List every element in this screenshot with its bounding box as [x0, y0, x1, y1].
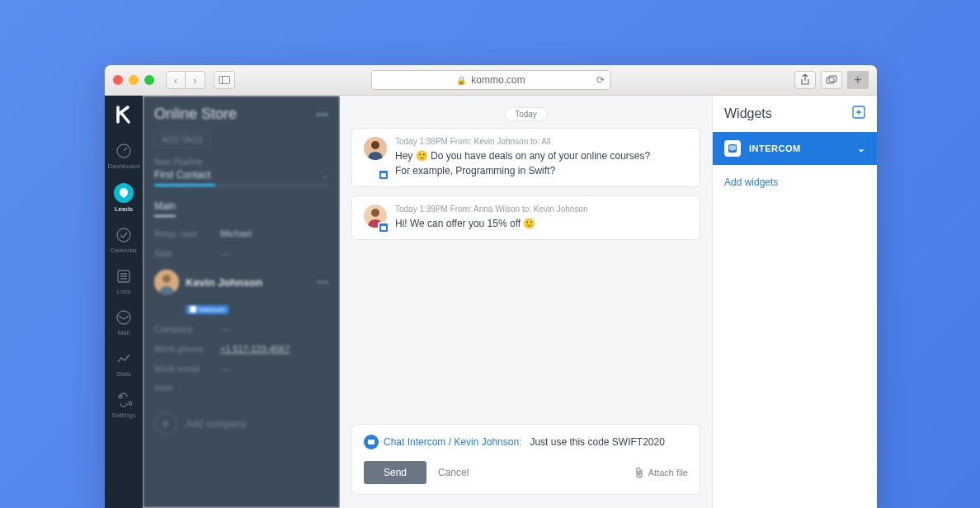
svg-point-7 [117, 311, 130, 324]
field-value[interactable]: Michael [220, 228, 252, 238]
date-separator: Today [504, 107, 548, 121]
chat-area: Today Today 1:38PM From: Kevin Johnson t… [340, 96, 712, 508]
nav-leads[interactable]: Leads [105, 176, 143, 219]
widgets-title: Widgets [724, 106, 772, 121]
phone-link[interactable]: +1 517-123-4567 [220, 344, 290, 354]
message-meta: Today 1:38PM From: Kevin Johnson to: All [395, 137, 688, 146]
share-button[interactable] [794, 71, 816, 89]
tab-main[interactable]: Main [154, 200, 176, 217]
field-sale: Sale — [154, 248, 328, 258]
nav-mail[interactable]: Mail [105, 302, 143, 343]
field-company: Company — [154, 324, 328, 334]
browser-toolbar: ‹ › 🔒 kommo.com ⟳ + [105, 65, 877, 96]
cancel-button[interactable]: Cancel [438, 467, 469, 478]
dashboard-icon [115, 142, 133, 160]
sidebar-toggle-button[interactable] [214, 71, 235, 89]
add-tags-button[interactable]: ADD TAGS [154, 132, 210, 148]
add-widget-icon[interactable] [852, 106, 865, 122]
more-link[interactable]: more [154, 383, 328, 393]
new-tab-button[interactable]: + [847, 71, 869, 89]
message-meta: Today 1:39PM From: Anna Wilson to: Kevin… [395, 205, 688, 214]
nav-stats[interactable]: Stats [105, 343, 143, 384]
nav-lists[interactable]: Lists [105, 261, 143, 302]
contact-menu-button[interactable]: ••• [317, 276, 328, 289]
nav-calendar[interactable]: Calendar [105, 219, 143, 261]
field-value[interactable]: — [220, 324, 229, 334]
share-icon [800, 74, 810, 86]
add-widgets-link[interactable]: Add widgets [713, 165, 877, 200]
chevron-down-icon: ⌄ [857, 143, 866, 154]
minimize-window-button[interactable] [129, 75, 139, 85]
lists-icon [115, 267, 133, 285]
lock-icon: 🔒 [456, 76, 466, 85]
nav-buttons: ‹ › [166, 71, 205, 89]
compose-box: Chat Intercom / Kevin Johnson: Just use … [351, 424, 700, 495]
tabs-button[interactable] [821, 71, 842, 89]
contact-avatar [154, 270, 179, 294]
field-work-email: Work email — [154, 364, 328, 374]
stats-icon [115, 350, 133, 368]
intercom-icon [190, 306, 196, 313]
widget-intercom[interactable]: INTERCOM ⌄ [713, 132, 877, 165]
svg-rect-10 [190, 306, 196, 313]
add-company-label: Add company [186, 418, 246, 430]
nav-settings[interactable]: Settings [105, 384, 143, 426]
maximize-window-button[interactable] [144, 75, 154, 85]
pipeline-progress [154, 184, 328, 186]
svg-rect-16 [381, 226, 386, 230]
attach-label: Attach file [648, 468, 688, 477]
field-value[interactable]: — [220, 364, 229, 374]
field-work-phone: Work phone +1 517-123-4567 [154, 344, 328, 354]
address-bar[interactable]: 🔒 kommo.com ⟳ [371, 70, 610, 90]
close-window-button[interactable] [113, 75, 123, 85]
sidebar-icon [219, 76, 230, 84]
field-label: Sale [154, 248, 220, 258]
compose-text[interactable]: Just use this code SWIFT2020 [530, 436, 664, 448]
add-company-button[interactable]: + Add company [154, 412, 328, 435]
widget-label: INTERCOM [749, 143, 801, 153]
settings-icon [115, 391, 133, 409]
channel-badge-icon [378, 169, 389, 181]
lead-menu-button[interactable]: ••• [316, 108, 328, 121]
main-nav: Dashboard Leads Calendar Lists Mail Stat… [105, 96, 143, 508]
nav-label: Dashboard [107, 162, 139, 170]
compose-channel-label[interactable]: Chat Intercom / Kevin Johnson: [384, 436, 521, 448]
message-text: Hey 🙂 Do you have deals on any of your o… [395, 148, 688, 178]
nav-label: Settings [112, 412, 136, 419]
nav-label: Lists [117, 288, 130, 295]
chevron-down-icon: ⌄ [322, 171, 328, 180]
nav-dashboard[interactable]: Dashboard [105, 135, 143, 176]
chat-channel-icon [364, 435, 379, 449]
lead-title[interactable]: Online Store [154, 106, 237, 123]
widgets-header: Widgets [713, 96, 877, 132]
message-avatar [364, 205, 387, 231]
contact-row[interactable]: Kevin Johnson ••• [154, 270, 328, 294]
widgets-panel: Widgets INTERCOM ⌄ Add widgets [712, 96, 877, 508]
field-label: Work phone [154, 344, 220, 354]
pipeline-selector[interactable]: First Contact ⌄ [154, 169, 328, 181]
intercom-badge: Intercom [186, 305, 229, 314]
nav-label: Calendar [111, 247, 137, 254]
svg-point-5 [117, 228, 130, 242]
send-button[interactable]: Send [364, 461, 426, 484]
svg-point-15 [371, 209, 379, 217]
nav-label: Leads [115, 205, 133, 213]
window-controls [113, 75, 154, 85]
channel-badge-icon [378, 222, 389, 233]
svg-rect-2 [827, 78, 834, 83]
back-button[interactable]: ‹ [166, 71, 186, 89]
intercom-icon [724, 140, 741, 157]
field-value[interactable]: — [220, 248, 229, 258]
app-logo[interactable] [111, 102, 136, 127]
chat-message: Today 1:38PM From: Kevin Johnson to: All… [351, 128, 700, 187]
reload-icon[interactable]: ⟳ [596, 74, 605, 86]
app-content: Dashboard Leads Calendar Lists Mail Stat… [105, 96, 877, 508]
svg-rect-13 [381, 173, 386, 177]
svg-rect-17 [368, 440, 375, 444]
nav-label: Mail [118, 329, 130, 336]
field-label: Company [154, 324, 220, 334]
compose-actions: Send Cancel Attach file [364, 461, 688, 484]
attach-file-button[interactable]: Attach file [634, 467, 688, 478]
svg-point-12 [371, 141, 379, 149]
forward-button[interactable]: › [186, 71, 205, 89]
